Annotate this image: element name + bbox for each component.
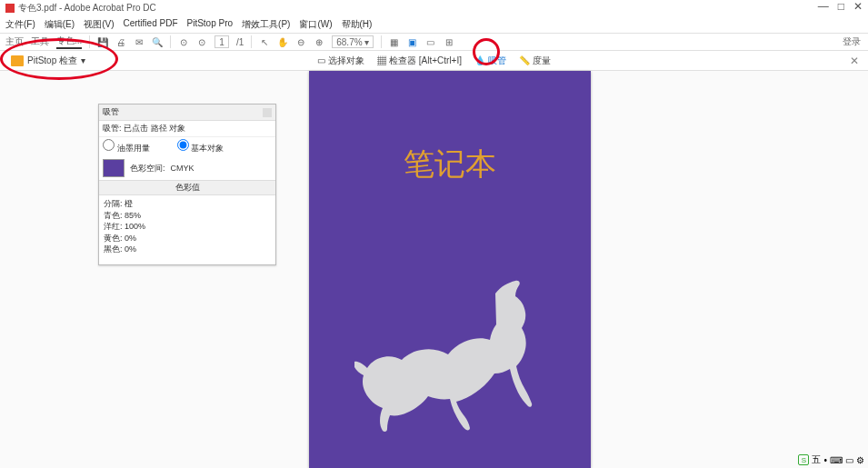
close-toolbar-button[interactable]: ✕: [850, 55, 859, 67]
color-values: 分隔: 橙 青色: 85% 洋红: 100% 黄色: 0% 黑色: 0%: [99, 195, 275, 264]
scroll-icon[interactable]: ⊞: [444, 36, 454, 47]
ime-dot4[interactable]: ⚙: [856, 455, 864, 465]
measure-tool[interactable]: 📏 度量: [519, 55, 551, 67]
colorspace-value: CMYK: [171, 164, 195, 173]
page-input[interactable]: 1: [215, 35, 229, 48]
menu-view[interactable]: 视图(V): [84, 18, 114, 31]
zoom-in-icon[interactable]: ⊕: [314, 36, 324, 47]
main-toolbar: 主页 工具 专色... 💾 🖨 ✉ 🔍 ⊙ ⊙ 1 /1 ↖ ✋ ⊖ ⊕ 68.…: [0, 33, 868, 51]
page-down-icon[interactable]: ⊙: [196, 36, 207, 47]
fit-icon[interactable]: ▦: [389, 36, 400, 47]
app-icon: [5, 4, 15, 13]
horse-graphic: [354, 280, 545, 434]
radio-basic[interactable]: 基本对象: [177, 139, 224, 154]
close-button[interactable]: ✕: [853, 0, 863, 13]
panel-title: 吸管: [103, 106, 119, 118]
menu-pitstop[interactable]: PitStop Pro: [186, 18, 233, 31]
colorspace-label: 色彩空间:: [130, 163, 165, 174]
menu-file[interactable]: 文件(F): [5, 18, 35, 31]
menu-bar: 文件(F) 编辑(E) 视图(V) Certified PDF PitStop …: [0, 16, 868, 33]
color-values-header: 色彩值: [99, 180, 275, 195]
select-object-tool[interactable]: ▭ 选择对象: [317, 55, 364, 67]
layout-icon[interactable]: ▣: [407, 36, 418, 47]
hand-icon[interactable]: ✋: [277, 36, 288, 47]
search-icon[interactable]: 🔍: [152, 36, 163, 47]
tab-home[interactable]: 主页: [5, 35, 24, 48]
ime-dot2[interactable]: ⌨: [830, 455, 843, 465]
tab-document[interactable]: 专色...: [56, 35, 82, 49]
login-link[interactable]: 登录: [843, 35, 861, 48]
pitstop-label: PitStop 检查: [27, 55, 77, 67]
menu-plugins[interactable]: 增效工具(P): [242, 18, 290, 31]
val-magenta: 洋红: 100%: [104, 221, 271, 233]
pitstop-check-button[interactable]: PitStop 检查 ▾: [4, 53, 93, 69]
title-bar: 专色3.pdf - Adobe Acrobat Pro DC — □ ✕: [0, 0, 868, 16]
ime-status-bar[interactable]: S 五 • ⌨ ▭ ⚙: [798, 453, 864, 466]
radio-ink[interactable]: 油墨用量: [103, 139, 150, 154]
color-swatch: [103, 159, 125, 177]
print-icon[interactable]: 🖨: [115, 36, 126, 47]
page-total: /1: [236, 37, 244, 47]
val-cyan: 青色: 85%: [104, 210, 271, 222]
chevron-down-icon: ▾: [81, 55, 85, 65]
val-black: 黑色: 0%: [104, 244, 271, 255]
menu-window[interactable]: 窗口(W): [299, 18, 332, 31]
ime-label: 五: [812, 453, 821, 466]
window-title: 专色3.pdf - Adobe Acrobat Pro DC: [18, 2, 156, 15]
menu-edit[interactable]: 编辑(E): [45, 18, 75, 31]
ime-icon[interactable]: S: [798, 454, 809, 465]
menu-help[interactable]: 帮助(H): [342, 18, 373, 31]
minimize-button[interactable]: —: [818, 0, 829, 13]
folder-icon: [11, 55, 24, 66]
document-title: 笔记本: [309, 144, 591, 185]
page-up-icon[interactable]: ⊙: [178, 36, 189, 47]
eyedropper-panel[interactable]: 吸管 吸管: 已点击 路径 对象 油墨用量 基本对象 色彩空间: CMYK 色彩…: [98, 104, 276, 265]
save-icon[interactable]: 💾: [97, 36, 108, 47]
val-yellow: 黄色: 0%: [104, 233, 271, 244]
panel-header[interactable]: 吸管: [99, 105, 275, 121]
radio-basic-input[interactable]: [177, 139, 189, 151]
tab-tools[interactable]: 工具: [31, 35, 49, 48]
pitstop-toolbar: PitStop 检查 ▾ ▭ 选择对象 ▦ 检查器 [Alt+Ctrl+I] 💧…: [0, 51, 868, 71]
document-page[interactable]: 笔记本: [309, 71, 591, 468]
zoom-out-icon[interactable]: ⊖: [295, 36, 306, 47]
panel-close-icon[interactable]: [263, 108, 272, 117]
mail-icon[interactable]: ✉: [134, 36, 145, 47]
view-icon[interactable]: ▭: [425, 36, 436, 47]
val-sep: 分隔: 橙: [104, 198, 271, 210]
ime-dot1[interactable]: •: [823, 455, 827, 465]
radio-ink-input[interactable]: [103, 139, 115, 151]
workspace: 笔记本 吸管 吸管: 已点击 路径 对象 油墨用量 基本对象 色彩空间: CMY…: [0, 71, 868, 468]
ime-dot3[interactable]: ▭: [845, 455, 853, 465]
menu-certified[interactable]: Certified PDF: [123, 18, 177, 31]
zoom-select[interactable]: 68.7%▾: [332, 35, 373, 48]
maximize-button[interactable]: □: [838, 0, 844, 13]
panel-status: 吸管: 已点击 路径 对象: [99, 121, 275, 137]
inspector-tool[interactable]: ▦ 检查器 [Alt+Ctrl+I]: [377, 55, 462, 67]
eyedropper-tool[interactable]: 💧 吸管: [474, 55, 506, 67]
pointer-icon[interactable]: ↖: [259, 36, 270, 47]
